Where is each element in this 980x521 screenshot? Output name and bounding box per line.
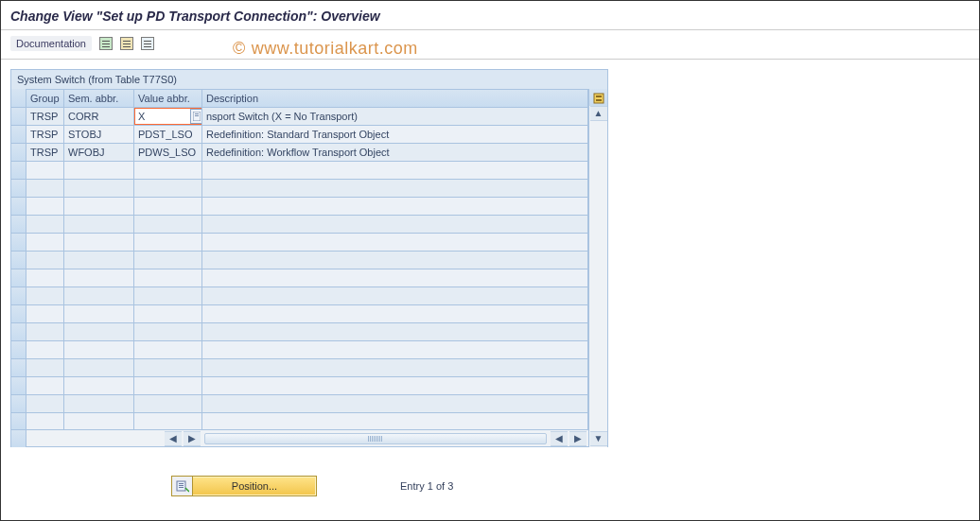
row-selector[interactable] <box>11 323 26 341</box>
column-header-value-abbr[interactable]: Value abbr. <box>134 89 202 108</box>
cell-sem-abbr[interactable] <box>64 234 134 252</box>
row-selector[interactable] <box>11 377 26 395</box>
cell-description[interactable] <box>202 269 588 287</box>
table-settings-icon[interactable] <box>588 89 607 108</box>
cell-description[interactable] <box>202 359 588 377</box>
cell-sem-abbr[interactable] <box>64 216 134 234</box>
cell-group[interactable] <box>26 395 64 413</box>
row-selector[interactable] <box>11 413 26 429</box>
scroll-right-icon[interactable]: ▶ <box>184 431 201 446</box>
select-all-icon[interactable] <box>120 37 133 50</box>
cell-description[interactable]: Redefinition: Standard Transport Object <box>202 126 588 144</box>
row-selector[interactable] <box>11 269 26 287</box>
scroll-down-icon[interactable]: ▼ <box>590 431 607 446</box>
cell-value-abbr[interactable] <box>134 359 202 377</box>
cell-sem-abbr[interactable] <box>64 395 134 413</box>
cell-description[interactable] <box>202 252 588 269</box>
cell-value-abbr[interactable] <box>134 216 202 234</box>
column-header-description[interactable]: Description <box>202 89 588 108</box>
cell-sem-abbr[interactable] <box>64 413 134 429</box>
row-selector[interactable] <box>11 341 26 359</box>
cell-group[interactable] <box>26 216 64 234</box>
row-selector[interactable] <box>11 126 26 144</box>
cell-value-abbr[interactable] <box>134 323 202 341</box>
horizontal-scrollbar[interactable]: ◀ ▶ ◀ ▶ <box>11 429 607 446</box>
row-selector[interactable] <box>11 395 26 413</box>
cell-sem-abbr[interactable] <box>64 377 134 395</box>
cell-value-abbr[interactable] <box>134 341 202 359</box>
column-header-group[interactable]: Group <box>26 89 64 108</box>
cell-description[interactable] <box>202 216 588 234</box>
row-selector[interactable] <box>11 162 26 180</box>
cell-sem-abbr[interactable]: WFOBJ <box>64 144 134 162</box>
row-selector[interactable] <box>11 234 26 252</box>
row-selector-header[interactable] <box>11 89 26 108</box>
row-selector[interactable] <box>11 144 26 162</box>
cell-value-abbr[interactable] <box>134 269 202 287</box>
cell-group[interactable] <box>26 252 64 269</box>
cell-sem-abbr[interactable] <box>64 198 134 216</box>
cell-group[interactable] <box>26 234 64 252</box>
cell-sem-abbr[interactable] <box>64 359 134 377</box>
cell-value-abbr[interactable] <box>134 395 202 413</box>
scroll-cols-scroll[interactable]: ◀ ▶ <box>202 431 588 446</box>
row-selector[interactable] <box>11 287 26 305</box>
f4-help-icon[interactable] <box>190 109 202 124</box>
cell-description[interactable] <box>202 323 588 341</box>
cell-description[interactable]: nsport Switch (X = No Transport) <box>202 108 588 126</box>
row-selector[interactable] <box>11 108 26 126</box>
cell-sem-abbr[interactable] <box>64 305 134 323</box>
cell-description[interactable] <box>202 234 588 252</box>
row-selector[interactable] <box>11 305 26 323</box>
cell-value-abbr[interactable] <box>134 413 202 429</box>
scrollbar-thumb[interactable] <box>204 433 547 444</box>
cell-group[interactable]: TRSP <box>26 108 64 126</box>
cell-description[interactable] <box>202 377 588 395</box>
cell-value-abbr[interactable] <box>134 287 202 305</box>
cell-description[interactable] <box>202 198 588 216</box>
column-header-sem-abbr[interactable]: Sem. abbr. <box>64 89 134 108</box>
documentation-button[interactable]: Documentation <box>10 36 92 51</box>
row-selector[interactable] <box>11 198 26 216</box>
cell-value-abbr[interactable] <box>134 234 202 252</box>
cell-group[interactable] <box>26 287 64 305</box>
cell-description[interactable] <box>202 395 588 413</box>
cell-group[interactable] <box>26 377 64 395</box>
cell-sem-abbr[interactable] <box>64 287 134 305</box>
cell-group[interactable] <box>26 323 64 341</box>
row-selector[interactable] <box>11 252 26 269</box>
cell-value-abbr[interactable] <box>134 305 202 323</box>
row-selector[interactable] <box>11 180 26 198</box>
scroll-up-icon[interactable]: ▲ <box>590 106 607 121</box>
vertical-scrollbar[interactable]: ▲ ▼ <box>588 106 607 446</box>
row-selector[interactable] <box>11 359 26 377</box>
cell-group[interactable]: TRSP <box>26 144 64 162</box>
cell-sem-abbr[interactable] <box>64 323 134 341</box>
cell-sem-abbr[interactable]: CORR <box>64 108 134 126</box>
cell-description[interactable] <box>202 305 588 323</box>
cell-group[interactable]: TRSP <box>26 126 64 144</box>
cell-group[interactable] <box>26 413 64 429</box>
cell-group[interactable] <box>26 269 64 287</box>
scroll-right-icon[interactable]: ▶ <box>569 431 586 446</box>
cell-sem-abbr[interactable] <box>64 341 134 359</box>
cell-value-abbr[interactable] <box>134 252 202 269</box>
cell-sem-abbr[interactable] <box>64 269 134 287</box>
cell-value-abbr[interactable] <box>134 377 202 395</box>
scroll-left-icon[interactable]: ◀ <box>165 431 182 446</box>
deselect-all-icon[interactable] <box>141 37 154 50</box>
cell-value-abbr[interactable]: PDST_LSO <box>134 126 202 144</box>
cell-sem-abbr[interactable]: STOBJ <box>64 126 134 144</box>
cell-sem-abbr[interactable] <box>64 252 134 269</box>
cell-group[interactable] <box>26 180 64 198</box>
cell-value-abbr[interactable] <box>134 180 202 198</box>
row-selector[interactable] <box>11 216 26 234</box>
cell-value-abbr[interactable] <box>134 198 202 216</box>
position-button[interactable]: Position... <box>171 476 317 496</box>
scroll-left-icon[interactable]: ◀ <box>551 431 568 446</box>
cell-value-abbr[interactable] <box>134 162 202 180</box>
cell-group[interactable] <box>26 359 64 377</box>
cell-group[interactable] <box>26 341 64 359</box>
cell-group[interactable] <box>26 305 64 323</box>
cell-value-abbr[interactable]: X <box>134 108 202 126</box>
